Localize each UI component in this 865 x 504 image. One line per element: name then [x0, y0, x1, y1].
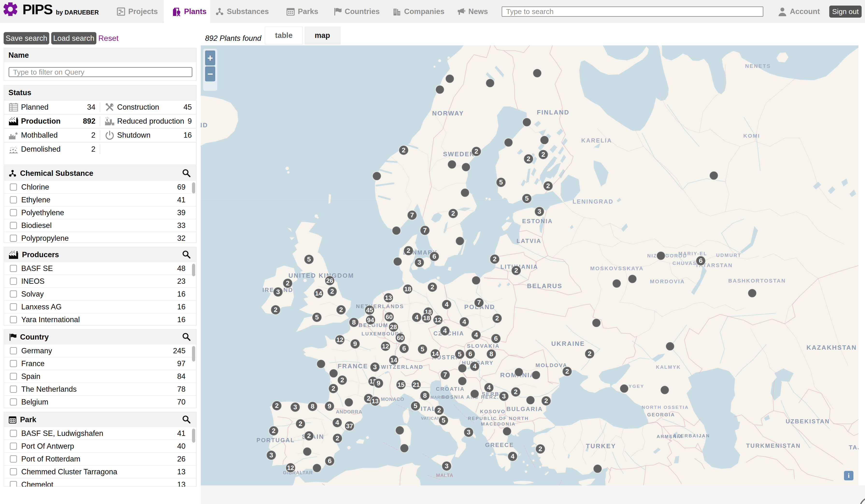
svg-text:TAJIKISTAN: TAJIKISTAN: [849, 444, 858, 450]
svg-text:2: 2: [544, 397, 548, 405]
svg-text:LATVIA: LATVIA: [517, 238, 542, 244]
svg-text:2: 2: [495, 314, 499, 322]
svg-text:13: 13: [385, 294, 392, 301]
svg-text:2: 2: [341, 376, 344, 384]
svg-text:2: 2: [274, 306, 278, 314]
svg-text:2: 2: [402, 146, 406, 154]
svg-text:GEORGIA: GEORGIA: [647, 412, 675, 417]
svg-text:MORDOVIA: MORDOVIA: [650, 279, 685, 284]
svg-text:12: 12: [435, 316, 441, 324]
svg-text:5: 5: [420, 345, 424, 353]
svg-text:ANDORRA: ANDORRA: [336, 409, 362, 414]
svg-text:MOSKOVSSKAYA: MOSKOVSSKAYA: [590, 266, 644, 271]
svg-text:VATICAN: VATICAN: [421, 416, 440, 421]
svg-text:2: 2: [299, 420, 302, 427]
svg-text:6: 6: [432, 253, 436, 260]
svg-text:6: 6: [328, 457, 332, 465]
svg-text:NORWAY: NORWAY: [432, 110, 464, 117]
svg-text:2: 2: [437, 407, 441, 414]
svg-text:2: 2: [272, 427, 276, 434]
svg-text:BULGARIA: BULGARIA: [507, 406, 543, 412]
svg-text:MOLDOVA: MOLDOVA: [535, 362, 567, 368]
svg-text:7: 7: [423, 226, 427, 234]
svg-text:37: 37: [346, 422, 353, 430]
svg-text:45: 45: [366, 306, 373, 314]
svg-text:12: 12: [287, 464, 294, 471]
svg-text:SWITZERLAND: SWITZERLAND: [377, 364, 423, 370]
svg-text:REPUBLIC OF NORTH: REPUBLIC OF NORTH: [468, 416, 529, 421]
svg-text:2: 2: [335, 434, 339, 442]
svg-text:4: 4: [474, 331, 478, 339]
svg-text:5: 5: [525, 195, 529, 202]
svg-text:18: 18: [404, 285, 411, 293]
svg-text:3: 3: [276, 288, 280, 296]
svg-text:28: 28: [390, 323, 397, 331]
svg-text:2: 2: [565, 367, 569, 375]
svg-text:2: 2: [514, 267, 518, 274]
svg-text:2: 2: [330, 288, 334, 295]
svg-text:2: 2: [539, 445, 542, 453]
svg-text:12: 12: [336, 336, 344, 343]
svg-text:KALMYK: KALMYK: [656, 364, 681, 370]
svg-text:KARELIA: KARELIA: [581, 137, 612, 144]
svg-text:60: 60: [386, 313, 393, 320]
svg-text:MONACO: MONACO: [381, 397, 404, 402]
svg-text:6: 6: [469, 350, 472, 358]
svg-text:9: 9: [377, 379, 380, 387]
svg-text:7: 7: [443, 371, 447, 378]
svg-text:5: 5: [441, 417, 446, 424]
svg-text:2: 2: [286, 279, 290, 287]
svg-text:FRANCE: FRANCE: [338, 363, 368, 370]
svg-text:2: 2: [406, 247, 411, 254]
svg-text:8: 8: [489, 350, 493, 358]
svg-text:2: 2: [451, 210, 455, 217]
svg-text:BASHKORTOSTAN: BASHKORTOSTAN: [728, 278, 786, 284]
svg-text:4: 4: [443, 327, 447, 335]
svg-text:26: 26: [326, 277, 333, 284]
svg-text:PORTUGAL: PORTUGAL: [256, 437, 295, 443]
svg-text:NENETS: NENETS: [745, 63, 771, 69]
svg-text:2: 2: [541, 151, 545, 158]
svg-text:CROATIA: CROATIA: [436, 386, 465, 392]
svg-text:4: 4: [462, 318, 466, 326]
svg-text:GREECE: GREECE: [485, 442, 514, 448]
svg-text:UDMURT: UDMURT: [716, 253, 741, 258]
svg-text:6: 6: [699, 257, 703, 265]
svg-text:2: 2: [514, 388, 518, 396]
svg-text:7: 7: [477, 299, 481, 306]
svg-text:TURKEY: TURKEY: [586, 443, 616, 450]
svg-text:3: 3: [373, 363, 377, 371]
svg-text:2: 2: [588, 350, 591, 358]
svg-text:8: 8: [352, 318, 356, 326]
svg-text:14: 14: [432, 350, 439, 358]
svg-text:4: 4: [445, 301, 449, 308]
svg-text:3: 3: [417, 259, 421, 266]
svg-text:5: 5: [307, 256, 311, 263]
svg-text:2: 2: [339, 306, 343, 314]
svg-text:NIZHEGOROD: NIZHEGOROD: [647, 253, 687, 258]
svg-text:8: 8: [311, 402, 314, 410]
svg-text:4: 4: [511, 453, 515, 460]
svg-text:MACEDONIA: MACEDONIA: [481, 421, 516, 426]
svg-text:2: 2: [275, 402, 279, 409]
svg-text:4: 4: [473, 363, 476, 370]
svg-text:14: 14: [390, 356, 397, 364]
svg-text:2: 2: [430, 283, 434, 291]
svg-text:9: 9: [327, 402, 331, 410]
svg-text:NETHERLANDS: NETHERLANDS: [356, 303, 404, 309]
svg-text:UKRAINE: UKRAINE: [551, 340, 585, 347]
svg-text:ICELAND: ICELAND: [201, 121, 208, 129]
svg-text:MALTA: MALTA: [436, 472, 453, 478]
svg-text:3: 3: [538, 208, 541, 215]
svg-text:6: 6: [402, 344, 406, 352]
svg-text:12: 12: [382, 343, 389, 350]
svg-text:2: 2: [527, 155, 530, 163]
svg-text:AZERBAIJAN: AZERBAIJAN: [673, 433, 710, 438]
svg-text:3: 3: [502, 392, 506, 400]
svg-text:KOMI: KOMI: [743, 133, 760, 139]
svg-text:5: 5: [315, 314, 319, 321]
svg-text:5: 5: [458, 350, 462, 358]
svg-text:LENINGRAD: LENINGRAD: [573, 198, 613, 205]
svg-text:21: 21: [413, 381, 420, 388]
svg-text:KOSOVO: KOSOVO: [480, 409, 506, 414]
